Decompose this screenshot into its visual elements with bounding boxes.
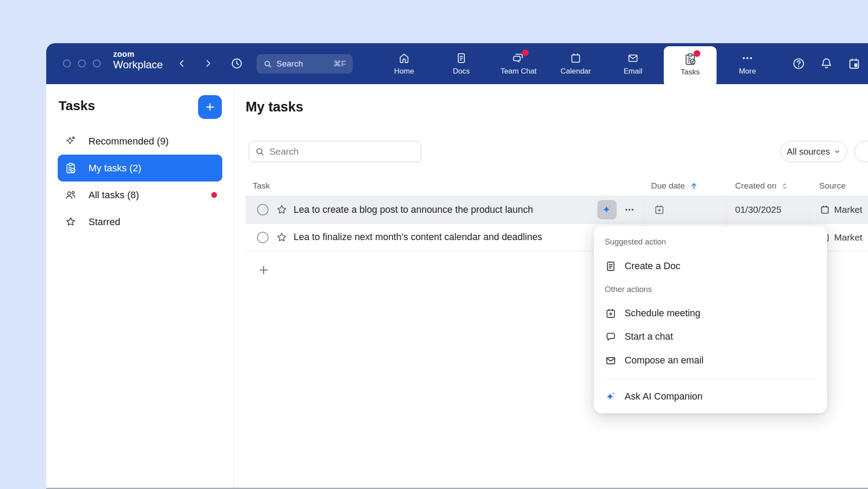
row-more-button[interactable]	[623, 203, 636, 216]
page-title: My tasks	[246, 99, 303, 115]
source-cell: Market	[810, 196, 868, 223]
task-complete-checkbox[interactable]	[257, 232, 268, 243]
menu-item-start-chat[interactable]: Start a chat	[598, 327, 823, 346]
top-navbar: zoom Workplace Search ⌘F Home Docs	[46, 43, 868, 84]
nav-item-more[interactable]: More	[719, 43, 776, 84]
table-header: Task Due date Created on Source	[246, 176, 868, 196]
column-header-source: Source	[810, 181, 868, 191]
source-value: Market	[834, 232, 862, 243]
menu-item-compose-email[interactable]: Compose an email	[598, 351, 823, 370]
today-calendar-button[interactable]	[847, 57, 861, 70]
sidebar-item-all-tasks[interactable]: All tasks (8)	[58, 182, 222, 208]
sort-chevrons-icon	[780, 182, 789, 190]
nav-item-calendar[interactable]: Calendar	[547, 43, 604, 84]
task-cell: Lea to create a blog post to announce th…	[246, 196, 645, 223]
menu-item-create-doc[interactable]: Create a Doc	[598, 256, 823, 276]
bell-icon	[820, 57, 833, 70]
column-header-created-on[interactable]: Created on	[726, 181, 810, 191]
forward-button[interactable]	[202, 58, 214, 69]
sidebar-item-label: My tasks (2)	[88, 163, 141, 174]
add-task-inline-button[interactable]	[256, 262, 272, 278]
task-title: Lea to create a blog post to announce th…	[294, 204, 533, 215]
calendar-icon	[570, 52, 582, 64]
all-tasks-unread-dot	[211, 192, 217, 198]
star-icon	[65, 216, 77, 228]
sidebar-title: Tasks	[59, 98, 95, 113]
ellipsis-icon	[624, 204, 635, 215]
window-control-dot[interactable]	[78, 59, 86, 67]
filter-button-partial[interactable]	[854, 141, 868, 162]
task-complete-checkbox[interactable]	[257, 204, 268, 215]
email-icon	[627, 52, 639, 64]
notifications-button[interactable]	[820, 57, 833, 70]
created-on-cell: 01/30/2025	[726, 196, 810, 223]
nav-item-team-chat[interactable]: Team Chat	[490, 43, 547, 84]
history-button[interactable]	[230, 57, 243, 70]
sidebar-item-my-tasks[interactable]: My tasks (2)	[58, 155, 222, 182]
window-control-dot[interactable]	[63, 59, 71, 67]
plus-icon	[204, 101, 216, 113]
clock-history-icon	[230, 57, 243, 70]
calendar-icon	[820, 204, 830, 215]
sidebar-item-label: Starred	[88, 216, 120, 228]
task-actions-menu: Suggested action Create a Doc Other acti…	[594, 226, 827, 413]
sources-filter-dropdown[interactable]: All sources	[780, 141, 847, 162]
ai-companion-button[interactable]	[597, 200, 617, 219]
envelope-icon	[605, 355, 617, 367]
nav-item-email[interactable]: Email	[604, 43, 662, 84]
calendar-plus-icon	[605, 307, 617, 319]
column-header-due-date[interactable]: Due date	[645, 181, 726, 191]
menu-section-other: Other actions	[605, 285, 652, 294]
question-circle-icon	[792, 57, 805, 70]
calendar-plus-icon	[654, 204, 665, 215]
menu-item-ask-ai-companion[interactable]: Ask AI Companion	[598, 387, 823, 406]
help-button[interactable]	[792, 57, 805, 70]
doc-icon	[605, 260, 617, 272]
global-search-placeholder: Search	[276, 59, 329, 69]
nav-item-tasks[interactable]: Tasks	[664, 46, 717, 87]
star-task-button[interactable]	[276, 231, 288, 244]
search-shortcut: ⌘F	[333, 59, 346, 69]
column-header-task: Task	[246, 181, 645, 191]
team-chat-badge	[522, 49, 529, 56]
window-controls[interactable]	[63, 59, 101, 67]
calendar-today-icon	[847, 57, 861, 70]
zoom-workplace-logo: zoom Workplace	[113, 50, 163, 71]
task-title: Lea to finalize next month’s content cal…	[294, 232, 542, 243]
star-task-button[interactable]	[276, 204, 288, 216]
star-icon	[276, 204, 288, 216]
logo-workplace-text: Workplace	[113, 59, 163, 71]
star-icon	[276, 231, 288, 244]
navbar-utilities	[792, 57, 861, 70]
primary-navigation: Home Docs Team Chat Calendar Email	[375, 43, 776, 84]
nav-item-home[interactable]: Home	[375, 43, 433, 84]
search-icon	[263, 59, 272, 68]
table-row[interactable]: Lea to create a blog post to announce th…	[246, 196, 868, 223]
ai-companion-icon	[605, 391, 617, 403]
source-value: Market	[834, 204, 862, 215]
nav-item-docs[interactable]: Docs	[433, 43, 490, 84]
back-button[interactable]	[176, 58, 188, 69]
sidebar-list: Recommended (9) My tasks (2) All tasks (…	[58, 128, 222, 235]
add-task-button[interactable]	[198, 95, 222, 119]
window-control-dot[interactable]	[93, 59, 101, 67]
home-icon	[398, 52, 410, 64]
sparkle-icon	[65, 135, 77, 147]
menu-item-schedule-meeting[interactable]: Schedule meeting	[598, 304, 823, 323]
sidebar-item-recommended[interactable]: Recommended (9)	[58, 128, 222, 155]
global-search[interactable]: Search ⌘F	[257, 54, 353, 74]
due-date-cell[interactable]	[645, 196, 726, 223]
tasks-sidebar: Tasks Recommended (9) My tasks (2) All t…	[46, 84, 234, 489]
clipboard-check-icon	[65, 162, 77, 174]
chat-bubble-icon	[605, 331, 617, 343]
created-on-value: 01/30/2025	[735, 204, 781, 215]
tasks-badge	[694, 50, 700, 57]
main-content: My tasks All sources Task Due date Creat…	[234, 84, 868, 489]
docs-icon	[455, 52, 467, 64]
sidebar-item-label: All tasks (8)	[88, 189, 139, 201]
menu-divider	[605, 379, 816, 379]
sort-arrow-up-icon	[689, 182, 699, 191]
task-search-input[interactable]	[249, 141, 421, 162]
sidebar-item-starred[interactable]: Starred	[58, 208, 222, 235]
sidebar-item-label: Recommended (9)	[88, 136, 169, 147]
